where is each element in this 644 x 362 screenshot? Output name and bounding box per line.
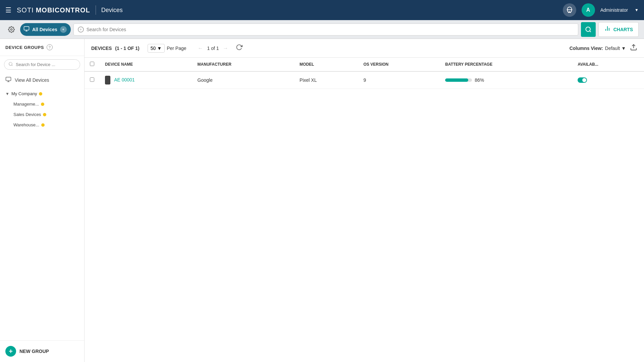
help-icon[interactable]: ? [47,44,53,50]
row-manufacturer: Google [192,71,294,89]
row-checkbox[interactable] [90,77,94,82]
svg-point-0 [11,28,12,30]
svg-point-6 [9,62,12,65]
sidebar-title: DEVICE GROUPS [5,45,44,50]
sidebar: DEVICE GROUPS ? View All Devices [0,39,85,362]
new-group-plus-icon: + [5,346,16,357]
table-row: AE 00001 Google Pixel XL 9 86% [85,71,644,89]
battery-percentage-label: 86% [475,77,484,83]
charts-button[interactable]: CHARTS [598,22,639,37]
search-button[interactable] [581,22,596,37]
main-layout: DEVICE GROUPS ? View All Devices [0,39,644,362]
device-name-link[interactable]: AE 00001 [114,77,135,82]
sidebar-header: DEVICE GROUPS ? [0,39,84,56]
new-group-label: NEW GROUP [19,349,49,354]
devices-icon [23,26,30,33]
company-tree-item[interactable]: ▼ My Company [0,88,84,99]
all-devices-close-icon[interactable]: « [60,26,67,33]
row-model: Pixel XL [294,71,358,89]
admin-label[interactable]: Administrator [600,7,628,13]
brand-divider [96,5,96,15]
toolbar: All Devices « + CHARTS [0,20,644,39]
export-button[interactable] [630,44,637,53]
content-header: DEVICES (1 - 1 of 1) 50 ▼ Per Page ← 1 o… [85,39,644,58]
col-battery: BATTERY PERCENTAGE [440,58,572,71]
available-toggle[interactable] [578,77,587,83]
col-os-version: OS VERSION [358,58,440,71]
col-available: AVAILAB... [572,58,644,71]
nav-right: A Administrator ▼ [563,3,639,17]
settings-button[interactable] [5,23,17,36]
page-info: 1 of 1 [207,46,219,51]
company-name: My Company [11,91,37,96]
sidebar-search [4,59,80,70]
devices-label: DEVICES [91,46,112,51]
brand-soti: SOTI [17,6,34,14]
col-select [85,58,100,71]
page-title: Devices [101,7,123,14]
per-page-chevron: ▼ [157,46,162,51]
avatar: A [582,3,595,17]
search-add-icon[interactable]: + [78,26,84,33]
top-nav: ☰ SOTI MOBICONTROL Devices A Administrat… [0,0,644,20]
devices-count: DEVICES (1 - 1 of 1) [91,46,140,51]
device-phone-icon [105,76,110,84]
per-page-dropdown[interactable]: 50 ▼ [148,44,165,53]
per-page-label: Per Page [167,46,186,51]
warehouse-label: Warehouse... [13,122,39,127]
search-bar: + [73,23,578,36]
tree-toggle-icon: ▼ [5,92,9,96]
col-manufacturer: MANUFACTURER [192,58,294,71]
columns-chevron: ▼ [621,46,626,51]
sidebar-footer: + NEW GROUP [0,340,84,362]
management-label: Manageme... [13,102,39,107]
tree-child-management[interactable]: Manageme... [0,99,84,109]
sidebar-search-input[interactable] [16,62,76,67]
all-devices-button[interactable]: All Devices « [20,23,71,36]
devices-range: (1 - 1 of 1) [115,46,139,51]
view-all-label: View All Devices [15,77,49,83]
svg-rect-7 [6,77,11,81]
brand: SOTI MOBICONTROL [17,6,90,14]
tree-child-sales[interactable]: Sales Devices [0,109,84,120]
per-page-select: 50 ▼ Per Page [148,44,186,53]
charts-icon [604,25,611,34]
row-battery: 86% [440,71,572,89]
company-status-dot [39,92,42,96]
col-device-name: DEVICE NAME [100,58,192,71]
view-all-icon [5,76,11,84]
row-device-name: AE 00001 [100,71,192,89]
hamburger-icon[interactable]: ☰ [5,6,11,14]
sales-status-dot [43,113,46,116]
charts-label: CHARTS [613,27,633,32]
select-all-checkbox[interactable] [90,62,94,66]
svg-rect-1 [24,26,29,30]
row-checkbox-cell [85,71,100,89]
tree-section: ▼ My Company Manageme... Sales Devices W… [0,87,84,131]
row-os-version: 9 [358,71,440,89]
battery-bar-fill [445,78,468,82]
content-scroll-area[interactable]: DEVICE NAME MANUFACTURER MODEL OS VERSIO… [85,58,644,362]
notification-button[interactable] [563,3,576,17]
battery-bar-container: 86% [445,77,567,83]
warehouse-status-dot [41,123,45,127]
new-group-button[interactable]: + NEW GROUP [5,346,49,357]
prev-page-button[interactable]: ← [196,45,205,52]
pagination: ← 1 of 1 → [196,45,230,52]
sales-label: Sales Devices [13,112,41,117]
all-devices-label: All Devices [32,27,57,32]
columns-view: Columns View: Default ▼ [570,46,626,51]
refresh-button[interactable] [236,44,243,52]
next-page-button[interactable]: → [221,45,230,52]
columns-dropdown-button[interactable]: Default ▼ [605,46,626,51]
management-status-dot [41,103,44,106]
table-header-row: DEVICE NAME MANUFACTURER MODEL OS VERSIO… [85,58,644,71]
battery-bar-bg [445,78,472,82]
content-header-right: Columns View: Default ▼ [570,44,637,53]
admin-dropdown-chevron[interactable]: ▼ [635,8,639,12]
tree-child-warehouse[interactable]: Warehouse... [0,120,84,130]
search-input[interactable] [87,27,574,32]
view-all-devices-item[interactable]: View All Devices [0,73,84,87]
per-page-value: 50 [151,46,156,51]
content-area: DEVICES (1 - 1 of 1) 50 ▼ Per Page ← 1 o… [85,39,644,362]
